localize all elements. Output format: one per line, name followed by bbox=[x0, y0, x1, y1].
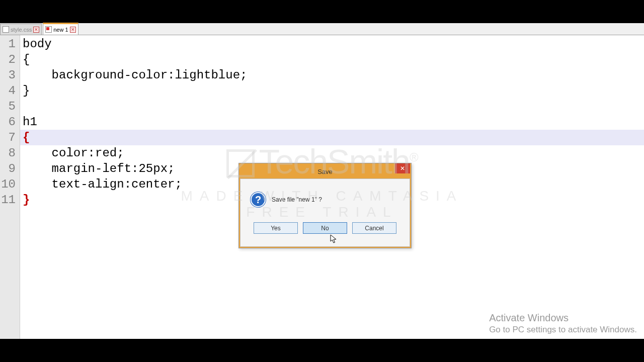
code-line[interactable]: { bbox=[23, 130, 644, 145]
code-line[interactable]: } bbox=[23, 83, 644, 99]
line-number: 10 bbox=[0, 176, 16, 192]
line-number: 7 bbox=[0, 130, 16, 145]
code-editor[interactable]: 1234567891011 body{ background-color:lig… bbox=[0, 35, 644, 339]
line-number: 2 bbox=[0, 52, 16, 67]
no-button[interactable]: No bbox=[303, 222, 347, 234]
code-area[interactable]: body{ background-color:lightblue;}h1{ co… bbox=[20, 35, 644, 339]
line-number: 9 bbox=[0, 161, 16, 176]
code-line[interactable]: margin-left:25px; bbox=[23, 161, 644, 176]
code-line[interactable]: body bbox=[23, 36, 644, 52]
tab-new-1[interactable]: new 1 ✕ bbox=[43, 23, 78, 35]
line-number-gutter: 1234567891011 bbox=[0, 35, 20, 339]
code-line[interactable]: background-color:lightblue; bbox=[23, 67, 644, 83]
mouse-cursor-icon bbox=[330, 234, 338, 244]
code-line[interactable]: text-align:center; bbox=[23, 176, 644, 192]
line-number: 3 bbox=[0, 67, 16, 83]
cancel-button[interactable]: Cancel bbox=[352, 222, 396, 234]
code-line[interactable]: h1 bbox=[23, 114, 644, 130]
code-line[interactable] bbox=[23, 99, 644, 114]
close-icon[interactable]: ✕ bbox=[70, 27, 76, 33]
tab-bar: style.css ✕ new 1 ✕ bbox=[0, 23, 644, 35]
code-line[interactable]: { bbox=[23, 52, 644, 67]
code-line[interactable]: color:red; bbox=[23, 145, 644, 161]
yes-button[interactable]: Yes bbox=[254, 222, 298, 234]
tab-label: new 1 bbox=[53, 27, 68, 33]
line-number: 11 bbox=[0, 192, 16, 208]
line-number: 8 bbox=[0, 145, 16, 161]
file-icon bbox=[45, 26, 52, 33]
tab-style-css[interactable]: style.css ✕ bbox=[0, 24, 42, 35]
line-number: 5 bbox=[0, 99, 16, 114]
activate-windows-watermark: Activate Windows Go to PC settings to ac… bbox=[489, 312, 637, 335]
line-number: 1 bbox=[0, 36, 16, 52]
file-icon bbox=[3, 26, 9, 33]
close-icon[interactable]: ✕ bbox=[33, 27, 39, 33]
code-line[interactable]: } bbox=[23, 192, 644, 208]
line-number: 6 bbox=[0, 114, 16, 130]
line-number: 4 bbox=[0, 83, 16, 99]
tab-label: style.css bbox=[11, 27, 32, 33]
